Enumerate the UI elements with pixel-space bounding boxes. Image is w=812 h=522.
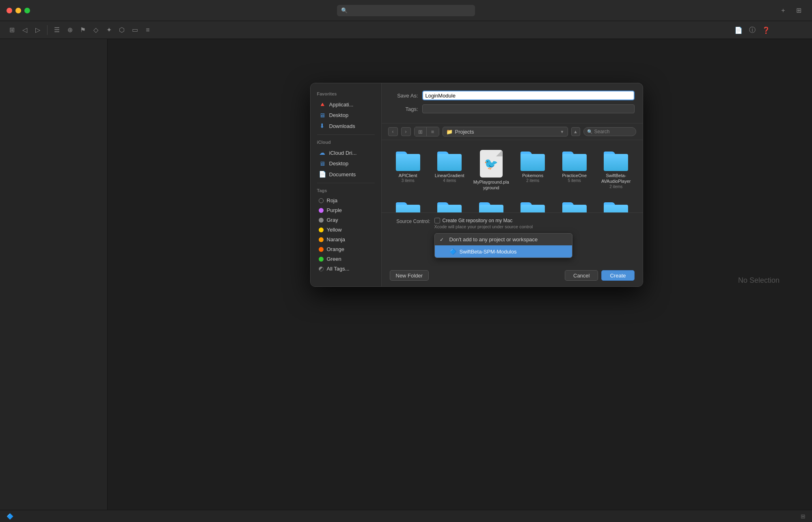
back-nav-button[interactable]: ‹ <box>388 127 398 136</box>
search-box[interactable]: 🔍 Search <box>583 127 636 136</box>
dialog-content: Favorites 🔺 Applicati... 🖥 Desktop ⬇ Dow… <box>311 83 643 286</box>
sidebar-tag-gray[interactable]: Gray <box>312 215 380 225</box>
tool2[interactable]: ⊕ <box>65 25 75 35</box>
git-checkbox[interactable] <box>434 218 440 223</box>
tag-roja-dot <box>319 198 324 203</box>
tool1[interactable]: ☰ <box>52 25 62 35</box>
file-item-swiftbeta-av[interactable]: SwiftBeta-AVAudioPlayer 2 items <box>596 147 636 194</box>
tags-row: Tags: <box>390 104 635 113</box>
file-item-apiclient[interactable]: APIClient 3 items <box>388 147 428 194</box>
left-panel: No Selection <box>0 39 108 522</box>
file-item-r2c3[interactable] <box>471 197 512 212</box>
icloud-drive-icon: ☁ <box>319 149 326 156</box>
sidebar-item-documents[interactable]: 📄 Documents <box>312 169 380 180</box>
add-button[interactable]: + <box>778 5 788 16</box>
dropdown-item-no-project[interactable]: ✓ Don't add to any project or workspace <box>435 234 572 245</box>
git-checkbox-label: Create Git repository on my Mac <box>443 218 513 223</box>
sidebar-item-downloads[interactable]: ⬇ Downloads <box>312 121 380 131</box>
tool7[interactable]: ▭ <box>130 25 140 35</box>
dropdown-item-swiftbeta-label: SwiftBeta-SPM-Modulos <box>460 249 517 255</box>
applications-label: Applicati... <box>329 102 354 108</box>
sidebar-item-applications[interactable]: 🔺 Applicati... <box>312 99 380 110</box>
tool6[interactable]: ⬡ <box>117 25 127 35</box>
status-panel-icon[interactable]: ⊞ <box>801 513 806 520</box>
sidebar-item-icloud-drive[interactable]: ☁ iCloud Dri... <box>312 147 380 158</box>
source-control-right: Create Git repository on my Mac Xcode wi… <box>434 218 635 229</box>
file-item-lineargradient[interactable]: LinearGradient 4 items <box>430 147 470 194</box>
icloud-drive-label: iCloud Dri... <box>329 150 357 156</box>
dropdown-item-swiftbeta[interactable]: 🔷 SwiftBeta-SPM-Modulos <box>435 245 572 258</box>
cancel-button[interactable]: Cancel <box>565 270 598 281</box>
git-checkbox-hint: Xcode will place your project under sour… <box>434 224 635 229</box>
tool3[interactable]: ⚑ <box>78 25 88 35</box>
expand-button[interactable]: ▲ <box>571 127 580 136</box>
tag-naranja-label: Naranja <box>327 236 346 243</box>
tool8[interactable]: ≡ <box>143 25 153 35</box>
inspector-icon1[interactable]: 📄 <box>733 25 744 35</box>
sidebar-tag-orange[interactable]: Orange <box>312 245 380 254</box>
titlebar-right: + ⊞ <box>778 5 804 16</box>
folder-icon-swiftbeta-av <box>604 150 628 171</box>
dialog-toolbar: ‹ › ⊞ ≡ 📁 Projects ▼ ▲ <box>382 123 643 140</box>
file-item-r2c1[interactable] <box>388 197 428 212</box>
file-item-r2c6[interactable] <box>596 197 636 212</box>
file-grid: APIClient 3 items LinearGradient 4 items <box>382 140 643 212</box>
sidebar-item-desktop-icloud[interactable]: 🖥 Desktop <box>312 158 380 169</box>
tool5[interactable]: ✦ <box>104 25 114 35</box>
minimize-button[interactable] <box>15 8 21 13</box>
sidebar-tag-yellow[interactable]: Yellow <box>312 225 380 234</box>
sidebar-tag-naranja[interactable]: Naranja <box>312 235 380 244</box>
split-view-button[interactable]: ⊞ <box>793 5 804 16</box>
editor-area: No Selection Favorites 🔺 Applicati... 🖥 … <box>108 39 812 522</box>
sidebar-divider-1 <box>317 134 375 135</box>
sidebar-tag-purple[interactable]: Purple <box>312 206 380 215</box>
favorites-section-title: Favorites <box>311 90 381 99</box>
file-count-practiceone: 5 items <box>568 178 581 183</box>
file-name-swiftbeta-av: SwiftBeta-AVAudioPlayer <box>601 173 631 184</box>
forward-nav-button[interactable]: › <box>401 127 411 136</box>
tag-orange-label: Orange <box>327 246 344 252</box>
location-chevron-icon: ▼ <box>560 130 564 134</box>
tags-input[interactable] <box>422 104 635 113</box>
close-button[interactable] <box>6 8 12 13</box>
sidebar-tag-all[interactable]: All Tags... <box>312 264 380 273</box>
file-item-r2c5[interactable] <box>555 197 595 212</box>
file-item-pokemons[interactable]: Pokemons 2 items <box>513 147 553 194</box>
status-icon: 🔷 <box>6 513 13 520</box>
downloads-icon: ⬇ <box>319 122 326 130</box>
file-item-practiceone[interactable]: PracticeOne 5 items <box>555 147 595 194</box>
save-as-input[interactable] <box>422 91 635 100</box>
sidebar-tag-green[interactable]: Green <box>312 254 380 264</box>
titlebar-search[interactable]: 🔍 <box>337 5 475 16</box>
navigator-toggle[interactable]: ⊞ <box>6 25 17 35</box>
downloads-label: Downloads <box>329 123 355 129</box>
folder-icon-r2c3 <box>479 201 503 212</box>
tag-orange-dot <box>319 247 324 252</box>
main-area: No Selection No Selection Favorites 🔺 Ap… <box>0 39 812 522</box>
file-item-r2c4[interactable] <box>513 197 553 212</box>
file-item-r2c2[interactable] <box>430 197 470 212</box>
inspector-icon2[interactable]: ⓘ <box>747 25 758 35</box>
icloud-section-title: iCloud <box>311 138 381 147</box>
new-folder-button[interactable]: New Folder <box>390 270 429 281</box>
icon-view-button[interactable]: ⊞ <box>415 127 427 136</box>
tag-gray-dot <box>319 218 324 223</box>
maximize-button[interactable] <box>24 8 30 13</box>
no-selection-main: No Selection <box>738 276 780 285</box>
sidebar-item-desktop-fav[interactable]: 🖥 Desktop <box>312 110 380 120</box>
list-view-button[interactable]: ≡ <box>427 127 439 136</box>
dialog-header: Save As: Tags: <box>382 83 643 123</box>
tool4[interactable]: ◇ <box>91 25 101 35</box>
forward-btn[interactable]: ▷ <box>32 25 43 35</box>
location-picker[interactable]: 📁 Projects ▼ <box>443 127 568 136</box>
search-box-icon: 🔍 <box>587 129 593 134</box>
desktop-fav-icon: 🖥 <box>319 112 326 119</box>
inspector-icon3[interactable]: ❓ <box>761 25 771 35</box>
sidebar-tag-roja[interactable]: Roja <box>312 196 380 205</box>
view-toggle: ⊞ ≡ <box>414 127 439 136</box>
back-forward-btn[interactable]: ◁ <box>19 25 30 35</box>
file-name-lineargradient: LinearGradient <box>435 173 464 178</box>
file-item-playground[interactable]: 🐦 MyPlayground.playground <box>471 147 512 194</box>
create-button[interactable]: Create <box>601 270 634 281</box>
folder-icon-lineargradient <box>437 150 462 171</box>
